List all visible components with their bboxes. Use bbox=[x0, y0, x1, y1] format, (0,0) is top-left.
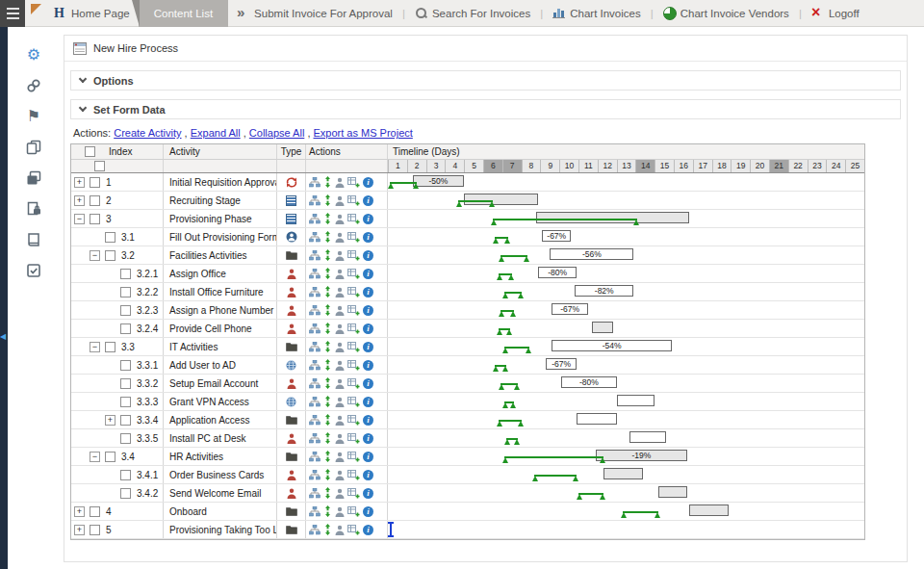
row-expander[interactable]: − bbox=[90, 452, 100, 462]
hierarchy-action-icon[interactable] bbox=[309, 214, 321, 224]
info-action-icon[interactable] bbox=[363, 397, 373, 407]
planned-bar[interactable]: -19% bbox=[596, 450, 687, 461]
planned-bar[interactable]: -54% bbox=[552, 340, 672, 351]
info-action-icon[interactable] bbox=[363, 506, 373, 517]
add-subtask-action-icon[interactable] bbox=[347, 250, 360, 261]
add-subtask-action-icon[interactable] bbox=[347, 470, 360, 480]
add-subtask-action-icon[interactable] bbox=[347, 525, 360, 535]
move-action-icon[interactable] bbox=[323, 323, 332, 334]
nav-item-logoff[interactable]: Logoff bbox=[803, 0, 868, 27]
add-subtask-action-icon[interactable] bbox=[347, 232, 360, 243]
assign-person-action-icon[interactable] bbox=[335, 397, 345, 407]
add-subtask-action-icon[interactable] bbox=[347, 488, 360, 499]
planned-bar[interactable]: -50% bbox=[413, 175, 464, 187]
info-action-icon[interactable] bbox=[363, 488, 373, 499]
move-action-icon[interactable] bbox=[323, 341, 332, 352]
info-action-icon[interactable] bbox=[363, 452, 373, 462]
info-action-icon[interactable] bbox=[363, 287, 373, 297]
nav-item-chart-invoice-vendors[interactable]: Chart Invoice Vendors bbox=[654, 0, 798, 27]
add-subtask-action-icon[interactable] bbox=[347, 323, 360, 334]
hierarchy-action-icon[interactable] bbox=[309, 232, 321, 243]
move-action-icon[interactable] bbox=[323, 268, 332, 279]
info-action-icon[interactable] bbox=[363, 269, 373, 279]
add-subtask-action-icon[interactable] bbox=[347, 342, 360, 352]
move-action-icon[interactable] bbox=[323, 451, 332, 462]
row-expander[interactable]: + bbox=[74, 177, 85, 188]
move-action-icon[interactable] bbox=[323, 213, 332, 224]
info-action-icon[interactable] bbox=[363, 378, 373, 389]
row-expander[interactable]: + bbox=[74, 525, 85, 535]
assign-person-action-icon[interactable] bbox=[335, 360, 345, 371]
nav-item-search-for-invoices[interactable]: Search For Invoices bbox=[406, 0, 539, 27]
planned-bar[interactable]: -56% bbox=[550, 248, 633, 260]
info-action-icon[interactable] bbox=[363, 214, 373, 224]
move-action-icon[interactable] bbox=[323, 505, 332, 517]
row-checkbox[interactable] bbox=[120, 378, 131, 389]
assign-person-action-icon[interactable] bbox=[335, 525, 345, 535]
planned-bar[interactable] bbox=[617, 395, 655, 406]
hierarchy-action-icon[interactable] bbox=[309, 415, 321, 426]
row-checkbox[interactable] bbox=[120, 433, 131, 444]
row-expander[interactable]: − bbox=[90, 342, 100, 352]
assign-person-action-icon[interactable] bbox=[335, 287, 345, 297]
assign-person-action-icon[interactable] bbox=[335, 305, 345, 316]
assign-person-action-icon[interactable] bbox=[335, 214, 345, 224]
set-form-data-accordion[interactable]: Set Form Data bbox=[70, 99, 901, 119]
sidebar-item-flag[interactable]: ⚑ bbox=[24, 108, 43, 125]
info-action-icon[interactable] bbox=[363, 360, 373, 371]
add-subtask-action-icon[interactable] bbox=[347, 269, 360, 279]
row-checkbox[interactable] bbox=[120, 470, 131, 480]
assign-person-action-icon[interactable] bbox=[335, 323, 345, 334]
action-link-collapse-all[interactable]: Collapse All bbox=[249, 127, 304, 139]
sidebar-item-link[interactable] bbox=[24, 77, 43, 94]
assign-person-action-icon[interactable] bbox=[335, 433, 345, 444]
row-checkbox[interactable] bbox=[120, 397, 131, 407]
assign-person-action-icon[interactable] bbox=[335, 269, 345, 279]
planned-bar[interactable] bbox=[689, 504, 730, 516]
add-subtask-action-icon[interactable] bbox=[347, 177, 360, 188]
action-link-export-as-ms-project[interactable]: Export as MS Project bbox=[314, 127, 413, 139]
hierarchy-action-icon[interactable] bbox=[309, 433, 321, 444]
planned-bar[interactable]: -67% bbox=[542, 230, 571, 242]
planned-bar[interactable]: -80% bbox=[561, 376, 616, 388]
add-subtask-action-icon[interactable] bbox=[347, 506, 360, 517]
move-action-icon[interactable] bbox=[323, 304, 332, 316]
add-subtask-action-icon[interactable] bbox=[347, 378, 360, 389]
move-action-icon[interactable] bbox=[323, 487, 332, 499]
move-action-icon[interactable] bbox=[323, 524, 332, 535]
options-accordion[interactable]: Options bbox=[70, 70, 901, 91]
row-checkbox[interactable] bbox=[120, 415, 131, 426]
move-action-icon[interactable] bbox=[323, 432, 332, 444]
hierarchy-action-icon[interactable] bbox=[309, 506, 321, 517]
hierarchy-action-icon[interactable] bbox=[309, 488, 321, 499]
move-action-icon[interactable] bbox=[323, 414, 332, 426]
move-action-icon[interactable] bbox=[323, 194, 332, 206]
nav-item-home-page[interactable]: Home Page bbox=[45, 0, 139, 27]
add-subtask-action-icon[interactable] bbox=[347, 195, 360, 206]
row-checkbox[interactable] bbox=[120, 287, 131, 297]
hierarchy-action-icon[interactable] bbox=[309, 195, 321, 206]
info-action-icon[interactable] bbox=[363, 177, 373, 188]
row-checkbox[interactable] bbox=[90, 214, 100, 224]
add-subtask-action-icon[interactable] bbox=[347, 397, 360, 407]
nav-item-submit-invoice-for-approval[interactable]: Submit Invoice For Approval bbox=[228, 0, 401, 27]
add-subtask-action-icon[interactable] bbox=[347, 452, 360, 462]
menu-hamburger-button[interactable] bbox=[0, 0, 25, 27]
info-action-icon[interactable] bbox=[363, 525, 373, 535]
planned-bar[interactable] bbox=[658, 486, 687, 498]
add-subtask-action-icon[interactable] bbox=[347, 287, 360, 297]
move-action-icon[interactable] bbox=[323, 359, 332, 371]
add-subtask-action-icon[interactable] bbox=[347, 415, 360, 426]
hierarchy-action-icon[interactable] bbox=[309, 323, 321, 334]
add-subtask-action-icon[interactable] bbox=[347, 214, 360, 224]
action-link-create-activity[interactable]: Create Activity bbox=[114, 127, 181, 139]
row-checkbox[interactable] bbox=[105, 232, 116, 243]
row-expander[interactable]: − bbox=[74, 214, 85, 224]
planned-bar[interactable]: -67% bbox=[552, 303, 588, 315]
row-expander[interactable]: + bbox=[105, 415, 116, 426]
row-expander[interactable]: + bbox=[74, 506, 85, 517]
hierarchy-action-icon[interactable] bbox=[309, 470, 321, 480]
add-subtask-action-icon[interactable] bbox=[347, 433, 360, 444]
info-action-icon[interactable] bbox=[363, 415, 373, 426]
assign-person-action-icon[interactable] bbox=[335, 195, 345, 206]
